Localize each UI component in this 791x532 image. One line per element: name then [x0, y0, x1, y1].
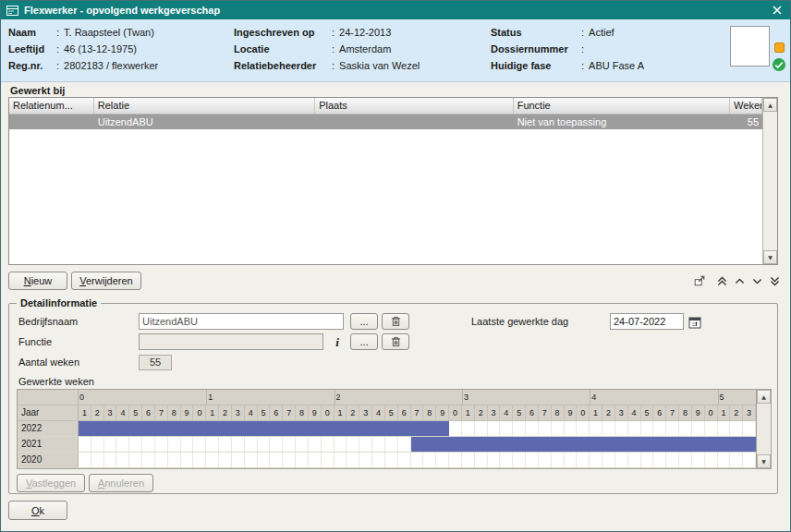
field-separator: :: [332, 24, 335, 41]
detailinformatie-legend: Detailinformatie: [17, 297, 101, 308]
weekgrid-header-row: Jaar 12345678901234567890123456789012345…: [18, 405, 756, 421]
column-header-weken[interactable]: Weken: [730, 98, 762, 114]
dialog-window: Flexwerker - opvolgend werkgeverschap Na…: [0, 0, 791, 532]
weekgrid-decade-cells: 012345: [79, 390, 756, 405]
field-value: 24-12-2013: [339, 27, 391, 38]
window-icon: [6, 5, 18, 17]
field-separator: :: [332, 41, 335, 57]
info-field-leeftijd: Leeftijd:46 (13-12-1975): [8, 41, 158, 57]
aantal-weken-label: Aantal weken: [18, 357, 79, 368]
field-value: Amsterdam: [339, 43, 391, 54]
ok-button[interactable]: Ok: [8, 501, 67, 520]
vastleggen-button: Vastleggen: [17, 474, 85, 492]
field-separator: :: [332, 57, 335, 74]
aantal-weken-value: 55: [139, 355, 172, 370]
functie-delete-button[interactable]: [382, 333, 409, 350]
chevron-up-icon[interactable]: [732, 273, 747, 288]
week-cells[interactable]: [79, 453, 756, 467]
field-value: 46 (13-12-1975): [64, 43, 137, 54]
column-header-functie[interactable]: Functie: [514, 98, 730, 114]
chevron-down-icon[interactable]: [749, 273, 764, 288]
gewerkt-bij-label: Gewerkt bij: [10, 85, 65, 96]
functie-input: [139, 333, 323, 350]
weekgrid-year-rows: 202220212020: [18, 421, 756, 468]
table-scroll-track[interactable]: [763, 112, 777, 250]
column-header-relatie[interactable]: Relatie: [94, 98, 315, 114]
weekgrid-unit-cells: 1234567890123456789012345678901234567890…: [79, 405, 756, 420]
column-header-plaats[interactable]: Plaats: [315, 98, 513, 114]
field-value: Actief: [589, 27, 615, 38]
nieuw-button[interactable]: Nieuw: [8, 272, 67, 290]
field-separator: :: [581, 41, 584, 57]
bedrijfsnaam-lookup-button[interactable]: ...: [350, 313, 378, 330]
cell-plaats: [315, 115, 513, 129]
field-label: Ingeschreven op: [234, 24, 332, 41]
table-scroll-up-button[interactable]: ▲: [763, 98, 777, 112]
field-separator: :: [56, 57, 59, 74]
info-field-dossiernummer: Dossiernummer:: [491, 41, 644, 57]
titlebar[interactable]: Flexwerker - opvolgend werkgeverschap: [1, 1, 790, 19]
info-button[interactable]: i: [329, 334, 346, 349]
weekgrid-decade-row: 012345: [18, 390, 756, 405]
field-label: Relatiebeheerder: [234, 57, 332, 74]
column-header-relatienummer[interactable]: Relatienum...: [9, 98, 94, 114]
field-label: Leeftijd: [8, 41, 56, 57]
verwijderen-button[interactable]: Verwijderen: [71, 272, 141, 290]
table-row[interactable]: UitzendABUNiet van toepassing55: [9, 115, 762, 129]
weekgrid-corner: [18, 390, 79, 405]
cell-functie: Niet van toepassing: [514, 115, 730, 129]
info-column-3: Status:Actief Dossiernummer: Huidige fas…: [491, 24, 644, 74]
photo-placeholder: [730, 26, 770, 66]
info-column-2: Ingeschreven op:24-12-2013 Locatie:Amste…: [234, 24, 420, 74]
table-scroll-down-button[interactable]: ▼: [763, 250, 777, 264]
close-button[interactable]: [770, 3, 785, 18]
cell-weken: 55: [730, 115, 762, 129]
week-cells[interactable]: [79, 437, 756, 452]
info-column-1: Naam:T. Raapsteel (Twan) Leeftijd:46 (13…: [8, 24, 158, 74]
laatste-gewerkte-dag-label: Laatste gewerkte dag: [471, 316, 568, 327]
functie-lookup-button[interactable]: ...: [350, 333, 378, 350]
year-label: 2021: [18, 437, 79, 452]
trash-icon: [391, 316, 401, 327]
info-field-status: Status:Actief: [491, 24, 644, 41]
close-icon: [773, 6, 782, 15]
field-label: Locatie: [234, 41, 332, 57]
table-scrollbar[interactable]: ▲ ▼: [762, 98, 777, 264]
info-field-naam: Naam:T. Raapsteel (Twan): [8, 24, 158, 41]
cell-relatie: UitzendABU: [94, 115, 315, 129]
popout-icon[interactable]: [692, 273, 707, 288]
field-label: Huidige fase: [491, 57, 581, 74]
info-field-ingeschreven-op: Ingeschreven op:24-12-2013: [234, 24, 420, 41]
info-field-relatiebeheerder: Relatiebeheerder:Saskia van Wezel: [234, 57, 420, 74]
status-orange-icon: [774, 42, 785, 53]
header-info-panel: Naam:T. Raapsteel (Twan) Leeftijd:46 (13…: [1, 19, 790, 82]
gewerkt-bij-rows: UitzendABUNiet van toepassing55: [9, 115, 762, 129]
worked-weeks-bar: [79, 421, 449, 436]
weekgrid-scroll-up-button[interactable]: ▲: [757, 390, 771, 404]
field-separator: :: [56, 24, 59, 41]
info-field-huidige-fase: Huidige fase:ABU Fase A: [491, 57, 644, 74]
laatste-gewerkte-dag-input[interactable]: [610, 313, 684, 330]
info-field-locatie: Locatie:Amsterdam: [234, 41, 420, 57]
calendar-button[interactable]: [687, 314, 702, 330]
double-chevron-down-icon[interactable]: [767, 273, 782, 288]
week-cells[interactable]: [79, 421, 756, 436]
weekgrid-scrollbar[interactable]: ▲ ▼: [756, 390, 771, 468]
field-value: T. Raapsteel (Twan): [64, 27, 154, 38]
gewerkte-weken-grid: 012345 Jaar 1234567890123456789012345678…: [17, 389, 772, 469]
jaar-label: Jaar: [18, 405, 79, 420]
weekgrid-year-row-2021: 2021: [18, 437, 756, 453]
weekgrid-scroll-track[interactable]: [757, 404, 771, 454]
cell-relatienummer: [9, 115, 94, 129]
field-label: Dossiernummer: [491, 41, 581, 57]
field-value: 2802183 / flexwerker: [64, 60, 158, 71]
field-separator: :: [581, 57, 584, 74]
weekgrid-scroll-down-button[interactable]: ▼: [757, 454, 771, 468]
record-navigation: [692, 273, 782, 288]
bedrijfsnaam-input[interactable]: [139, 313, 344, 330]
bedrijfsnaam-label: Bedrijfsnaam: [18, 316, 78, 327]
field-separator: :: [581, 24, 584, 41]
table-header: Relatienum... Relatie Plaats Functie Wek…: [9, 98, 762, 115]
bedrijfsnaam-delete-button[interactable]: [382, 313, 409, 330]
double-chevron-up-icon[interactable]: [714, 273, 729, 288]
